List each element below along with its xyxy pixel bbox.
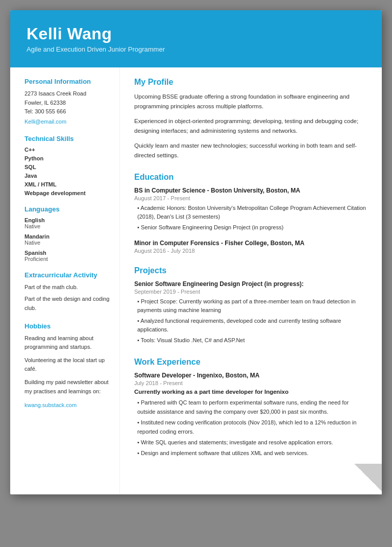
work-list: Software Developer - Ingenixo, Boston, M… <box>134 372 368 458</box>
page-number: 2/2 <box>364 483 372 489</box>
resume-body: Personal Information 2273 Isaacs Creek R… <box>10 67 382 494</box>
skill-item: SQL <box>24 164 110 170</box>
language-name: Mandarin <box>24 233 110 240</box>
extracurricular-title: Extracurricular Activity <box>24 271 110 279</box>
personal-info-address1: 2273 Isaacs Creek Road <box>24 89 110 99</box>
activity-item: Part of the math club. <box>24 283 110 292</box>
skill-item: Webpage development <box>24 190 110 196</box>
language-level: Native <box>24 223 110 229</box>
personal-info-address2: Fowler, IL 62338 <box>24 99 110 108</box>
hobbies-list: Reading and learning about programming a… <box>24 334 110 396</box>
education-degree: BS in Computer Science - Boston Universi… <box>134 187 368 194</box>
education-date: August 2016 - July 2018 <box>134 248 368 254</box>
project-date: September 2019 - Present <box>134 289 368 295</box>
languages-title: Languages <box>24 205 110 213</box>
profile-title: My Profile <box>134 78 368 87</box>
work-item: Software Developer - Ingenixo, Boston, M… <box>134 372 368 458</box>
project-bullet: • Analyzed functional requirements, deve… <box>134 317 368 335</box>
work-subtitle: Currently working as a part time develop… <box>134 389 368 395</box>
skills-list: C++PythonSQLJavaXML / HTMLWebpage develo… <box>24 147 110 196</box>
project-name: Senior Software Engineering Design Proje… <box>134 280 368 288</box>
skill-item: Python <box>24 155 110 161</box>
project-item: Senior Software Engineering Design Proje… <box>134 280 368 345</box>
projects-title: Projects <box>134 266 368 275</box>
personal-info-email[interactable]: Kelli@email.com <box>24 118 66 125</box>
profile-paragraphs: Upcoming BSSE graduate offering a strong… <box>134 92 368 160</box>
education-title: Education <box>134 173 368 182</box>
language-level: Native <box>24 240 110 246</box>
personal-info-title: Personal Information <box>24 78 110 85</box>
profile-paragraph: Experienced in object-oriented programmi… <box>134 116 368 136</box>
education-date: August 2017 - Present <box>134 195 368 201</box>
candidate-subtitle: Agile and Execution Driven Junior Progra… <box>27 45 365 53</box>
hobbies-link[interactable]: kwang.substack.com <box>24 402 77 408</box>
skill-item: C++ <box>24 147 110 153</box>
project-bullet: • Tools: Visual Studio .Net, C# and ASP.… <box>134 336 368 345</box>
education-degree: Minor in Computer Forensics - Fisher Col… <box>134 240 368 247</box>
resume-page: Kelli Wang Agile and Execution Driven Ju… <box>10 10 382 494</box>
projects-list: Senior Software Engineering Design Proje… <box>134 280 368 345</box>
hobby-item: Reading and learning about programming a… <box>24 334 110 352</box>
hobbies-title: Hobbies <box>24 322 110 330</box>
language-name: English <box>24 217 110 223</box>
right-column: My Profile Upcoming BSSE graduate offeri… <box>120 67 382 494</box>
technical-skills-title: Technical Skills <box>24 135 110 142</box>
activity-item: Part of the web design and coding club. <box>24 295 110 313</box>
work-bullet: • Instituted new coding verification pro… <box>134 418 368 436</box>
language-level: Proficient <box>24 256 110 262</box>
project-bullet: • Project Scope: Currently working as pa… <box>134 297 368 315</box>
extracurricular-list: Part of the math club.Part of the web de… <box>24 283 110 313</box>
education-list: BS in Computer Science - Boston Universi… <box>134 187 368 254</box>
skill-item: Java <box>24 173 110 179</box>
languages-list: EnglishNativeMandarinNativeSpanishProfic… <box>24 217 110 262</box>
education-bullet: • Senior Software Engineering Design Pro… <box>134 223 368 232</box>
language-name: Spanish <box>24 250 110 256</box>
left-column: Personal Information 2273 Isaacs Creek R… <box>10 67 120 494</box>
work-bullet: • Partnered with QC team to perform expe… <box>134 398 368 416</box>
work-date: July 2018 - Present <box>134 380 368 386</box>
profile-paragraph: Quickly learn and master new technologie… <box>134 141 368 160</box>
candidate-name: Kelli Wang <box>27 25 365 43</box>
education-bullet: • Academic Honors: Boston University's M… <box>134 204 368 222</box>
skill-item: XML / HTML <box>24 181 110 187</box>
hobby-item: Volunteering at the local start up café. <box>24 356 110 374</box>
education-item: Minor in Computer Forensics - Fisher Col… <box>134 240 368 254</box>
education-item: BS in Computer Science - Boston Universi… <box>134 187 368 232</box>
hobby-item: Building my paid newsletter about my pra… <box>24 378 110 396</box>
personal-info-tel: Tel: 300 555 666 <box>24 107 110 116</box>
resume-header: Kelli Wang Agile and Execution Driven Ju… <box>10 10 382 67</box>
work-bullet: • Design and implement software that uti… <box>134 448 368 458</box>
work-company: Software Developer - Ingenixo, Boston, M… <box>134 372 368 379</box>
work-experience-title: Work Experience <box>134 358 368 367</box>
profile-paragraph: Upcoming BSSE graduate offering a strong… <box>134 92 368 111</box>
work-bullet: • Write SQL queries and statements; inve… <box>134 438 368 447</box>
